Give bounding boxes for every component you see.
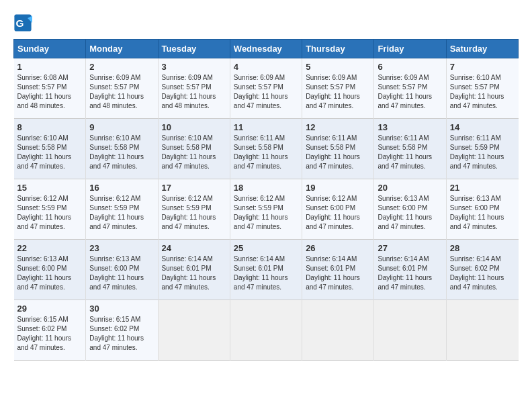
day-info: Sunrise: 6:11 AM Sunset: 5:58 PM Dayligh… <box>378 134 442 171</box>
day-number: 24 <box>162 243 226 253</box>
calendar-cell: 17Sunrise: 6:12 AM Sunset: 5:59 PM Dayli… <box>158 179 230 240</box>
calendar-cell: 29Sunrise: 6:15 AM Sunset: 6:02 PM Dayli… <box>14 300 86 361</box>
weekday-header-monday: Monday <box>86 40 158 58</box>
day-number: 26 <box>306 243 370 253</box>
weekday-header-tuesday: Tuesday <box>158 40 230 58</box>
weekday-header-wednesday: Wednesday <box>230 40 302 58</box>
calendar-cell: 23Sunrise: 6:13 AM Sunset: 6:00 PM Dayli… <box>86 240 158 300</box>
weekday-header-saturday: Saturday <box>446 40 518 58</box>
calendar-cell: 11Sunrise: 6:11 AM Sunset: 5:58 PM Dayli… <box>230 119 302 179</box>
calendar-cell: 12Sunrise: 6:11 AM Sunset: 5:58 PM Dayli… <box>302 119 374 179</box>
calendar-cell <box>446 300 518 361</box>
calendar-cell: 22Sunrise: 6:13 AM Sunset: 6:00 PM Dayli… <box>14 240 86 300</box>
calendar-week-2: 8Sunrise: 6:10 AM Sunset: 5:58 PM Daylig… <box>14 119 519 179</box>
day-info: Sunrise: 6:14 AM Sunset: 6:01 PM Dayligh… <box>306 255 370 292</box>
calendar-cell: 21Sunrise: 6:13 AM Sunset: 6:00 PM Dayli… <box>446 179 518 240</box>
day-info: Sunrise: 6:12 AM Sunset: 5:59 PM Dayligh… <box>17 194 83 232</box>
logo: G <box>13 13 35 32</box>
calendar-cell <box>158 300 230 361</box>
day-number: 19 <box>306 183 370 193</box>
calendar-cell: 28Sunrise: 6:14 AM Sunset: 6:02 PM Dayli… <box>446 240 518 300</box>
weekday-header-thursday: Thursday <box>302 40 374 58</box>
calendar-week-3: 15Sunrise: 6:12 AM Sunset: 5:59 PM Dayli… <box>14 179 519 240</box>
calendar-cell <box>302 300 374 361</box>
day-number: 21 <box>450 183 515 193</box>
calendar-cell: 16Sunrise: 6:12 AM Sunset: 5:59 PM Dayli… <box>86 179 158 240</box>
calendar-cell: 20Sunrise: 6:13 AM Sunset: 6:00 PM Dayli… <box>374 179 446 240</box>
day-number: 1 <box>17 62 83 72</box>
day-number: 22 <box>17 243 83 253</box>
day-number: 18 <box>234 183 298 193</box>
calendar-cell: 26Sunrise: 6:14 AM Sunset: 6:01 PM Dayli… <box>302 240 374 300</box>
weekday-header-sunday: Sunday <box>14 40 86 58</box>
day-number: 6 <box>378 62 442 72</box>
calendar-cell: 19Sunrise: 6:12 AM Sunset: 6:00 PM Dayli… <box>302 179 374 240</box>
day-info: Sunrise: 6:09 AM Sunset: 5:57 PM Dayligh… <box>89 73 154 111</box>
day-number: 29 <box>17 304 83 314</box>
calendar-cell: 4Sunrise: 6:09 AM Sunset: 5:57 PM Daylig… <box>230 58 302 119</box>
day-number: 16 <box>89 183 154 193</box>
weekday-header-friday: Friday <box>374 40 446 58</box>
calendar-cell: 27Sunrise: 6:14 AM Sunset: 6:01 PM Dayli… <box>374 240 446 300</box>
day-info: Sunrise: 6:12 AM Sunset: 6:00 PM Dayligh… <box>306 194 370 232</box>
day-info: Sunrise: 6:14 AM Sunset: 6:01 PM Dayligh… <box>234 255 298 292</box>
day-info: Sunrise: 6:10 AM Sunset: 5:58 PM Dayligh… <box>89 134 154 171</box>
calendar-cell: 25Sunrise: 6:14 AM Sunset: 6:01 PM Dayli… <box>230 240 302 300</box>
day-number: 20 <box>378 183 442 193</box>
calendar-cell: 24Sunrise: 6:14 AM Sunset: 6:01 PM Dayli… <box>158 240 230 300</box>
day-info: Sunrise: 6:12 AM Sunset: 5:59 PM Dayligh… <box>89 194 154 232</box>
day-info: Sunrise: 6:09 AM Sunset: 5:57 PM Dayligh… <box>162 73 226 111</box>
svg-text:G: G <box>16 17 24 29</box>
day-number: 3 <box>162 62 226 72</box>
calendar-cell: 1Sunrise: 6:08 AM Sunset: 5:57 PM Daylig… <box>14 58 86 119</box>
day-info: Sunrise: 6:14 AM Sunset: 6:01 PM Dayligh… <box>378 255 442 292</box>
weekday-header-row: SundayMondayTuesdayWednesdayThursdayFrid… <box>14 40 519 58</box>
calendar-cell: 5Sunrise: 6:09 AM Sunset: 5:57 PM Daylig… <box>302 58 374 119</box>
day-info: Sunrise: 6:13 AM Sunset: 6:00 PM Dayligh… <box>89 255 154 292</box>
day-info: Sunrise: 6:15 AM Sunset: 6:02 PM Dayligh… <box>17 315 83 353</box>
calendar-cell: 18Sunrise: 6:12 AM Sunset: 5:59 PM Dayli… <box>230 179 302 240</box>
calendar-week-4: 22Sunrise: 6:13 AM Sunset: 6:00 PM Dayli… <box>14 240 519 300</box>
day-info: Sunrise: 6:10 AM Sunset: 5:57 PM Dayligh… <box>450 73 515 111</box>
calendar-cell: 9Sunrise: 6:10 AM Sunset: 5:58 PM Daylig… <box>86 119 158 179</box>
day-number: 15 <box>17 183 83 193</box>
day-info: Sunrise: 6:13 AM Sunset: 6:00 PM Dayligh… <box>450 194 515 232</box>
day-info: Sunrise: 6:10 AM Sunset: 5:58 PM Dayligh… <box>17 134 83 171</box>
day-info: Sunrise: 6:14 AM Sunset: 6:01 PM Dayligh… <box>162 255 226 292</box>
day-info: Sunrise: 6:09 AM Sunset: 5:57 PM Dayligh… <box>378 73 442 111</box>
day-info: Sunrise: 6:12 AM Sunset: 5:59 PM Dayligh… <box>234 194 298 232</box>
day-info: Sunrise: 6:11 AM Sunset: 5:58 PM Dayligh… <box>306 134 370 171</box>
calendar-cell: 30Sunrise: 6:15 AM Sunset: 6:02 PM Dayli… <box>86 300 158 361</box>
day-number: 23 <box>89 243 154 253</box>
calendar-cell: 10Sunrise: 6:10 AM Sunset: 5:58 PM Dayli… <box>158 119 230 179</box>
day-number: 28 <box>450 243 515 253</box>
day-info: Sunrise: 6:09 AM Sunset: 5:57 PM Dayligh… <box>306 73 370 111</box>
calendar-cell: 13Sunrise: 6:11 AM Sunset: 5:58 PM Dayli… <box>374 119 446 179</box>
day-number: 30 <box>89 304 154 314</box>
day-number: 9 <box>89 122 154 132</box>
day-number: 12 <box>306 122 370 132</box>
calendar-cell: 6Sunrise: 6:09 AM Sunset: 5:57 PM Daylig… <box>374 58 446 119</box>
day-number: 8 <box>17 122 83 132</box>
day-number: 25 <box>234 243 298 253</box>
day-info: Sunrise: 6:14 AM Sunset: 6:02 PM Dayligh… <box>450 255 515 292</box>
day-number: 14 <box>450 122 515 132</box>
calendar-week-5: 29Sunrise: 6:15 AM Sunset: 6:02 PM Dayli… <box>14 300 519 361</box>
day-info: Sunrise: 6:08 AM Sunset: 5:57 PM Dayligh… <box>17 73 83 111</box>
day-number: 11 <box>234 122 298 132</box>
calendar-table: SundayMondayTuesdayWednesdayThursdayFrid… <box>13 39 519 361</box>
calendar-cell <box>374 300 446 361</box>
day-number: 2 <box>89 62 154 72</box>
calendar-cell: 15Sunrise: 6:12 AM Sunset: 5:59 PM Dayli… <box>14 179 86 240</box>
day-info: Sunrise: 6:13 AM Sunset: 6:00 PM Dayligh… <box>17 255 83 292</box>
day-info: Sunrise: 6:12 AM Sunset: 5:59 PM Dayligh… <box>162 194 226 232</box>
day-number: 17 <box>162 183 226 193</box>
day-number: 4 <box>234 62 298 72</box>
day-number: 7 <box>450 62 515 72</box>
calendar-week-1: 1Sunrise: 6:08 AM Sunset: 5:57 PM Daylig… <box>14 58 519 119</box>
day-number: 27 <box>378 243 442 253</box>
calendar-cell: 8Sunrise: 6:10 AM Sunset: 5:58 PM Daylig… <box>14 119 86 179</box>
calendar-cell <box>230 300 302 361</box>
calendar-cell: 3Sunrise: 6:09 AM Sunset: 5:57 PM Daylig… <box>158 58 230 119</box>
day-info: Sunrise: 6:15 AM Sunset: 6:02 PM Dayligh… <box>89 315 154 353</box>
